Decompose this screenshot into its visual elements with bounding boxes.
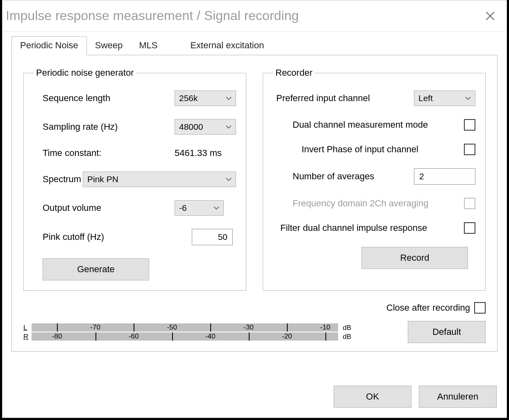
tab-periodic-noise[interactable]: Periodic Noise bbox=[11, 36, 87, 55]
close-after-checkbox[interactable] bbox=[474, 302, 486, 314]
preferred-input-value: Left bbox=[414, 93, 461, 103]
tab-external-excitation[interactable]: External excitation bbox=[182, 37, 272, 55]
sampling-rate-label: Sampling rate (Hz) bbox=[34, 122, 175, 132]
num-averages-value: 2 bbox=[419, 172, 424, 181]
time-constant-label: Time constant: bbox=[34, 148, 175, 158]
meter-bar-l: -70 -50 -30 -10 bbox=[32, 323, 338, 332]
generator-legend: Periodic noise generator bbox=[34, 68, 136, 78]
record-button[interactable]: Record bbox=[361, 247, 468, 269]
meter-unit-r: dB bbox=[340, 333, 351, 340]
window-title: Impulse response measurement / Signal re… bbox=[6, 8, 299, 23]
client-area: Periodic Noise Sweep MLS External excita… bbox=[2, 32, 507, 378]
periodic-noise-generator-group: Periodic noise generator Sequence length… bbox=[23, 68, 246, 291]
close-after-label: Close after recording bbox=[386, 303, 470, 313]
spectrum-label: Spectrum bbox=[34, 174, 83, 185]
chevron-down-icon bbox=[461, 96, 475, 100]
dual-channel-checkbox[interactable] bbox=[464, 119, 475, 131]
time-constant-value: 5461.33 ms bbox=[175, 148, 236, 158]
num-averages-input[interactable]: 2 bbox=[414, 168, 475, 185]
chevron-down-icon bbox=[209, 206, 223, 210]
default-button[interactable]: Default bbox=[408, 321, 486, 343]
sequence-length-value: 256k bbox=[175, 93, 222, 103]
close-after-row: Close after recording bbox=[23, 302, 486, 314]
sequence-length-combo[interactable]: 256k bbox=[175, 90, 236, 106]
dialog-buttons: OK Annuleren bbox=[2, 378, 507, 418]
generate-button[interactable]: Generate bbox=[43, 258, 149, 280]
recorder-legend: Recorder bbox=[273, 68, 315, 78]
bottom-row: L -70 -50 -30 -10 dB bbox=[23, 321, 486, 343]
cancel-button[interactable]: Annuleren bbox=[419, 386, 497, 408]
sequence-length-label: Sequence length bbox=[34, 93, 175, 104]
chevron-down-icon bbox=[222, 96, 236, 100]
filter-dual-label: Filter dual channel impulse response bbox=[273, 223, 464, 233]
spectrum-combo[interactable]: Pink PN bbox=[83, 172, 236, 187]
tab-sweep[interactable]: Sweep bbox=[87, 37, 131, 55]
meter-channel-r: R bbox=[23, 333, 30, 340]
output-volume-label: Output volume bbox=[34, 203, 175, 213]
num-averages-label: Number of averages bbox=[273, 171, 414, 182]
ok-button[interactable]: OK bbox=[334, 386, 411, 408]
pink-cutoff-label: Pink cutoff (Hz) bbox=[34, 232, 192, 242]
preferred-input-combo[interactable]: Left bbox=[414, 90, 475, 106]
sampling-rate-value: 48000 bbox=[175, 122, 222, 132]
sampling-rate-combo[interactable]: 48000 bbox=[175, 119, 236, 135]
dialog: Impulse response measurement / Signal re… bbox=[2, 0, 507, 418]
pink-cutoff-input[interactable]: 50 bbox=[192, 229, 233, 245]
recorder-group: Recorder Preferred input channel Left Du… bbox=[263, 68, 486, 291]
meter-unit-l: dB bbox=[340, 324, 351, 331]
output-volume-value: -6 bbox=[175, 203, 209, 213]
tab-strip: Periodic Noise Sweep MLS External excita… bbox=[11, 36, 498, 55]
freq-domain-label: Frequency domain 2Ch averaging bbox=[273, 198, 464, 209]
columns: Periodic noise generator Sequence length… bbox=[23, 68, 486, 291]
filter-dual-checkbox[interactable] bbox=[464, 222, 475, 234]
preferred-input-label: Preferred input channel bbox=[273, 93, 414, 104]
meter-bar-r: -80 -60 -40 -20 bbox=[32, 332, 338, 341]
tab-mls[interactable]: MLS bbox=[131, 37, 166, 55]
dual-channel-label: Dual channel measurement mode bbox=[273, 120, 464, 130]
invert-phase-label: Invert Phase of input channel bbox=[273, 144, 464, 155]
spectrum-value: Pink PN bbox=[83, 174, 222, 184]
title-bar: Impulse response measurement / Signal re… bbox=[2, 0, 507, 32]
close-icon bbox=[486, 11, 495, 20]
freq-domain-checkbox bbox=[464, 198, 475, 209]
output-volume-combo[interactable]: -6 bbox=[175, 200, 224, 216]
pink-cutoff-value: 50 bbox=[218, 232, 227, 242]
invert-phase-checkbox[interactable] bbox=[464, 144, 475, 155]
meter-channel-l: L bbox=[23, 324, 30, 331]
tab-page-periodic-noise: Periodic noise generator Sequence length… bbox=[11, 55, 498, 352]
chevron-down-icon bbox=[222, 177, 236, 181]
close-button[interactable] bbox=[482, 8, 498, 24]
chevron-down-icon bbox=[222, 125, 236, 129]
level-meter: L -70 -50 -30 -10 dB bbox=[23, 323, 351, 341]
